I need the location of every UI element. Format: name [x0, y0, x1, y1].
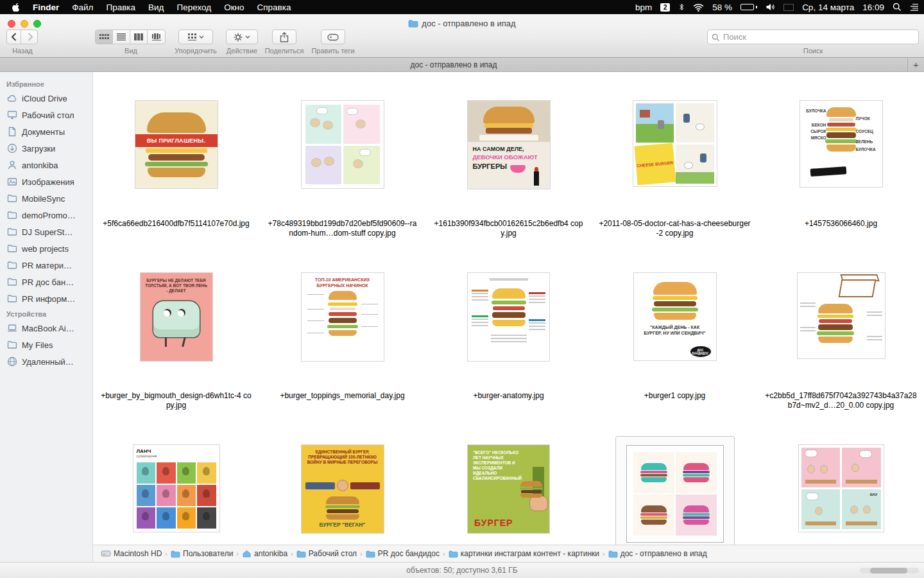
file-item[interactable]: +c2bb5d_17ff8d675f7042a392743b4a37a28b7d… [758, 273, 924, 445]
file-item[interactable]: "КАЖДЫЙ ДЕНЬ - КАК БУРГЕР. НУ ИЛИ СЕНДВИ… [592, 273, 758, 445]
input-source-icon[interactable]: 2 [660, 3, 670, 12]
bpm-status-item[interactable]: bpm [635, 3, 652, 12]
sidebar-item-mobilesync[interactable]: MobileSync [0, 190, 92, 207]
path-item-home[interactable]: antonkiba [242, 549, 287, 558]
file-name[interactable]: +5f6ca66edb216400dfb7f5114107e70d.jpg [103, 219, 249, 229]
file-thumbnail[interactable]: CHEESE BURGER [633, 101, 717, 186]
battery-nub [756, 6, 757, 8]
view-icons-button[interactable] [96, 30, 113, 44]
path-item-disk[interactable]: Macintosh HD [101, 548, 162, 559]
apple-menu[interactable] [5, 2, 26, 12]
view-columns-button[interactable] [130, 30, 148, 44]
share-button[interactable] [272, 30, 296, 44]
back-button[interactable] [7, 30, 21, 44]
file-name[interactable]: +c2bb5d_17ff8d675f7042a392743b4a37a28b7d… [765, 391, 918, 410]
file-item[interactable]: НА САМОМ ДЕЛЕ, ДЕВОЧКИ ОБОЖАЮТ БУРГЕРЫ +… [425, 101, 592, 273]
file-item[interactable]: "ВСЕГО" НЕСКОЛЬКО ЛЕТ НАУЧНЫХ ЭКСПЕРИМЕН… [425, 445, 592, 545]
file-item[interactable]: БУРГЕРЫ НЕ ДЕЛАЮТ ТЕБЯ ТОЛСТЫМ, А ВОТ ТВ… [93, 273, 259, 445]
file-item[interactable]: +burger-anatomy.jpg [425, 273, 592, 445]
path-item-pr-dos[interactable]: PR дос бандидос [366, 549, 440, 558]
file-thumbnail[interactable]: "ВСЕГО" НЕСКОЛЬКО ЛЕТ НАУЧНЫХ ЭКСПЕРИМЕН… [468, 445, 549, 533]
menu-window[interactable]: Окно [218, 0, 250, 14]
wifi-icon[interactable] [693, 3, 704, 12]
file-thumbnail[interactable] [468, 273, 549, 361]
arrange-button[interactable] [178, 30, 213, 44]
zoom-button[interactable] [33, 20, 41, 28]
menu-clock-date[interactable]: Ср, 14 марта [802, 3, 854, 12]
file-name[interactable]: +161b390f934fbcb00162615c2b6edfb4 copy.j… [432, 219, 585, 238]
file-item[interactable]: ВАУ [758, 445, 924, 545]
action-button[interactable] [226, 30, 258, 44]
sidebar-item-remote[interactable]: Удаленный… [0, 353, 92, 370]
sidebar-item-web-projects[interactable]: web projects [0, 240, 92, 257]
forward-button[interactable] [24, 30, 37, 44]
file-thumbnail[interactable]: БУРГЕРЫ НЕ ДЕЛАЮТ ТЕБЯ ТОЛСТЫМ, А ВОТ ТВ… [141, 273, 212, 361]
file-item[interactable]: ВЫ ПРИГЛАШЕНЫ. +5f6ca66edb216400dfb7f511… [93, 101, 259, 273]
sidebar-item-downloads[interactable]: Загрузки [0, 140, 92, 157]
view-coverflow-button[interactable] [148, 30, 165, 44]
file-thumbnail[interactable]: БУЛОЧКА БЕКОН СЫРОК МЯСКО ЛУЧОК СОУСЕЦ З… [800, 101, 882, 187]
menu-go[interactable]: Переход [171, 0, 218, 14]
horizontal-scrollbar-thumb[interactable] [870, 568, 907, 574]
close-button[interactable] [8, 20, 15, 28]
file-thumbnail[interactable] [626, 445, 724, 543]
view-list-button[interactable] [113, 30, 130, 44]
volume-icon[interactable] [766, 3, 775, 11]
file-thumbnail[interactable] [302, 101, 384, 188]
file-name[interactable]: +burger1 copy.jpg [644, 391, 706, 401]
sidebar-item-pr-materials[interactable]: PR матери… [0, 257, 92, 274]
bluetooth-icon[interactable] [678, 3, 685, 12]
sidebar-item-demopromo[interactable]: demoPromo… [0, 207, 92, 223]
sidebar-item-pictures[interactable]: Изображения [0, 173, 92, 190]
spotlight-icon[interactable] [893, 3, 902, 12]
menu-clock-time[interactable]: 16:09 [862, 3, 884, 12]
file-item[interactable]: БУЛОЧКА БЕКОН СЫРОК МЯСКО ЛУЧОК СОУСЕЦ З… [758, 101, 924, 273]
path-item-instagram-content[interactable]: картинки инстаграм контент - картинки [449, 549, 599, 558]
path-item-desktop[interactable]: Рабочий стол [296, 549, 357, 558]
file-thumbnail[interactable]: ВАУ [799, 445, 884, 532]
sidebar-item-documents[interactable]: Документы [0, 123, 92, 140]
sidebar-item-dj-superst[interactable]: DJ SuperSt… [0, 223, 92, 240]
file-item[interactable]: ЛАНЧ супергероев [93, 445, 259, 545]
file-name[interactable]: +78c489319bbd199db7d20ebf5fd90609--rando… [266, 219, 419, 238]
sidebar-item-desktop[interactable]: Рабочий стол [0, 107, 92, 123]
menu-help[interactable]: Справка [251, 0, 298, 14]
file-name[interactable]: +2011-08-05-doctor-cat-has-a-cheeseburge… [599, 219, 751, 238]
menu-file[interactable]: Файл [65, 0, 99, 14]
file-item[interactable]: CHEESE BURGER +2011-08-05-doctor-cat-has… [592, 101, 758, 273]
file-thumbnail[interactable]: ЕДИНСТВЕННЫЙ БУРГЕР, ПРЕВРАЩАЮЩИЙ 100-ЛЕ… [302, 445, 384, 533]
sidebar-item-pr-dos[interactable]: PR дос бан… [0, 274, 92, 290]
file-thumbnail[interactable]: НА САМОМ ДЕЛЕ, ДЕВОЧКИ ОБОЖАЮТ БУРГЕРЫ [468, 101, 550, 189]
file-item[interactable]: ТОП-10 АМЕРИКАНСКИХ БУРГЕРНЫХ НАЧИНОК [259, 273, 425, 445]
path-item-current-folder[interactable]: дос - отправлено в ипад [608, 549, 707, 558]
menu-view[interactable]: Вид [142, 0, 170, 14]
file-item[interactable]: ЕДИНСТВЕННЫЙ БУРГЕР, ПРЕВРАЩАЮЩИЙ 100-ЛЕ… [259, 445, 425, 545]
search-input[interactable] [708, 30, 918, 44]
file-name[interactable]: +1457536066460.jpg [805, 219, 877, 229]
file-thumbnail[interactable]: ЛАНЧ супергероев [133, 445, 219, 532]
minimize-button[interactable] [21, 20, 28, 28]
path-item-users[interactable]: Пользователи [171, 549, 233, 558]
new-tab-button[interactable]: + [907, 58, 924, 71]
notification-center-icon[interactable] [910, 3, 919, 11]
edit-tags-button[interactable] [321, 30, 345, 44]
file-thumbnail[interactable]: ТОП-10 АМЕРИКАНСКИХ БУРГЕРНЫХ НАЧИНОК [302, 273, 384, 361]
file-thumbnail[interactable]: ВЫ ПРИГЛАШЕНЫ. [135, 101, 218, 188]
sidebar-item-pr-inform[interactable]: PR информ… [0, 290, 92, 307]
sidebar-item-home[interactable]: antonkiba [0, 157, 92, 173]
file-name[interactable]: +burger_toppings_memorial_day.jpg [280, 391, 404, 401]
file-item[interactable]: +78c489319bbd199db7d20ebf5fd90609--rando… [259, 101, 425, 273]
file-thumbnail[interactable] [798, 273, 885, 358]
battery-icon[interactable] [740, 4, 757, 10]
file-item-selected[interactable] [592, 445, 758, 545]
menu-finder[interactable]: Finder [26, 0, 65, 14]
sidebar-item-icloud-drive[interactable]: iCloud Drive [0, 90, 92, 107]
menu-edit[interactable]: Правка [99, 0, 142, 14]
file-name[interactable]: +burger_by_bigmouth_design-d6wh1tc-4 cop… [100, 391, 253, 410]
file-name[interactable]: +burger-anatomy.jpg [473, 391, 543, 401]
file-thumbnail[interactable]: "КАЖДЫЙ ДЕНЬ - КАК БУРГЕР. НУ ИЛИ СЕНДВИ… [634, 273, 716, 360]
sidebar-item-macbook[interactable]: MacBook Ai… [0, 320, 92, 337]
keyboard-flag-icon[interactable] [783, 4, 794, 11]
tab-current[interactable]: дос - отправлено в ипад [0, 58, 907, 71]
sidebar-item-my-files[interactable]: My Files [0, 337, 92, 353]
